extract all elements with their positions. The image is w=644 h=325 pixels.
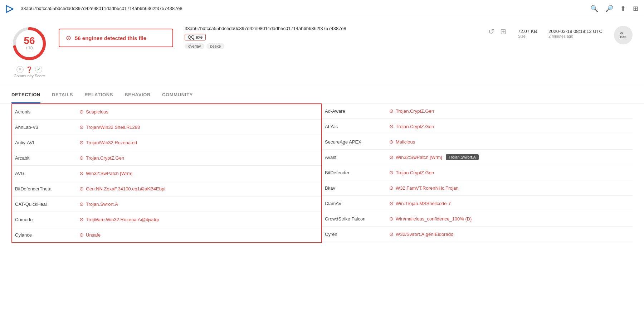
- alert-circle-icon: ⊙: [79, 186, 84, 191]
- alert-circle-icon: ⊙: [389, 170, 394, 175]
- table-row: Avast⊙Win32:SwPatch [Wrm]Trojan.Swrort.A: [322, 150, 633, 165]
- upvote-button[interactable]: ✓: [35, 66, 42, 73]
- engine-name: Comodo: [15, 217, 79, 222]
- detection-result: Trojan/Win32.Rozena.ed: [86, 140, 137, 145]
- table-row: ClamAV⊙Win.Trojan.MSShellcode-7: [322, 196, 633, 211]
- detection-result: Trojan.CryptZ.Gen: [86, 155, 124, 161]
- search2-icon[interactable]: 🔎: [605, 5, 613, 13]
- table-row: Bkav⊙W32.FamVT.RorenNHc.Trojan: [322, 180, 633, 196]
- detection-result: Trojan.CryptZ.Gen: [396, 124, 434, 129]
- detection-result: W32/Swrort.A.gen!Eldorado: [396, 232, 453, 237]
- engine-name: Acronis: [15, 109, 79, 115]
- detection-result: Suspicious: [86, 109, 108, 115]
- alert-circle-icon: ⊙: [389, 154, 394, 160]
- detection-result: Win/malicious_confidence_100% (D): [396, 216, 472, 222]
- alert-circle-icon: ⊙: [389, 108, 394, 114]
- alert-circle-icon: ⊙: [79, 232, 84, 238]
- file-hash: 33ab67bdfcca55bdceda0c897d42e98011dadb5c…: [185, 26, 477, 31]
- detection-result: Trojan.CryptZ.Gen: [396, 170, 434, 175]
- tab-behavior[interactable]: BEHAVIOR: [125, 87, 151, 103]
- detection-result: Trojan.CryptZ.Gen: [396, 108, 434, 114]
- tab-detection[interactable]: DETECTION: [11, 87, 40, 103]
- alert-box: ⊙ 56 engines detected this file: [59, 29, 173, 47]
- detection-result: Trojan/Win32.Shell.R1283: [86, 125, 140, 130]
- table-row: CAT-QuickHeal⊙Trojan.Swrort.A: [12, 197, 321, 212]
- detection-result: Win32:SwPatch [Wrm]: [396, 155, 442, 160]
- file-name-tag: QQ.exe: [185, 34, 206, 40]
- engine-name: CrowdStrike Falcon: [325, 216, 389, 222]
- tooltip-badge: Trojan.Swrort.A: [446, 154, 479, 160]
- file-meta: 72.07 KB Size 2020-03-19 08:19:12 UTC 2 …: [518, 29, 602, 38]
- action-icons: ↺ ⊞: [488, 26, 506, 36]
- exe-icon: ⚙EXE: [614, 26, 633, 44]
- engine-name: Arcabit: [15, 155, 79, 161]
- alert-circle-icon: ⊙: [79, 201, 84, 207]
- table-row: AVG⊙Win32:SwPatch [Wrm]: [12, 166, 321, 181]
- qr-icon[interactable]: ⊞: [500, 27, 506, 36]
- search-icon[interactable]: 🔍: [590, 5, 598, 13]
- table-row: Comodo⊙TrojWare.Win32.Rozena.A@4jwdqr: [12, 212, 321, 227]
- detection-result: Gen:NN.ZexaF.34100.eq1@aKB4Ebpi: [86, 186, 165, 191]
- total-count: / 70: [24, 46, 35, 50]
- community-score-widget: ✕ ❓ ✓ Community Score: [14, 66, 45, 78]
- detection-content: Acronis⊙SuspiciousAhnLab-V3⊙Trojan/Win32…: [0, 103, 644, 243]
- table-row: SecureAge APEX⊙Malicious: [322, 134, 633, 150]
- file-info: 33ab67bdfcca55bdceda0c897d42e98011dadb5c…: [185, 26, 477, 49]
- engine-name: BitDefenderTheta: [15, 186, 79, 191]
- alert-circle-icon: ⊙: [79, 109, 84, 115]
- size-value: 72.07 KB: [518, 29, 537, 34]
- table-row: Ad-Aware⊙Trojan.CryptZ.Gen: [322, 103, 633, 119]
- hash-display: 33ab67bdfcca55bdceda0c897d42e98011dadb5c…: [21, 6, 586, 11]
- tag-peexe: peexe: [206, 43, 224, 49]
- grid-icon[interactable]: ⊞: [633, 5, 638, 13]
- alert-circle-icon: ⊙: [79, 155, 84, 161]
- engine-name: CAT-QuickHeal: [15, 202, 79, 207]
- table-row: Arcabit⊙Trojan.CryptZ.Gen: [12, 150, 321, 166]
- alert-circle-icon: ⊙: [79, 124, 84, 130]
- engine-name: Avast: [325, 155, 389, 160]
- alert-circle-icon: ⊙: [389, 200, 394, 206]
- tab-community[interactable]: COMMUNITY: [162, 87, 193, 103]
- refresh-icon[interactable]: ↺: [488, 27, 494, 36]
- engine-name: ALYac: [325, 124, 389, 129]
- table-row: CrowdStrike Falcon⊙Win/malicious_confide…: [322, 211, 633, 227]
- size-label: Size: [518, 34, 537, 38]
- alert-icon: ⊙: [66, 34, 71, 42]
- community-icon: ❓: [26, 66, 33, 73]
- alert-circle-icon: ⊙: [389, 185, 394, 191]
- engine-name: Cyren: [325, 232, 389, 237]
- engine-name: AhnLab-V3: [15, 125, 79, 130]
- detected-count: 56: [24, 36, 35, 46]
- detection-result: Trojan.Swrort.A: [86, 202, 118, 207]
- alert-circle-icon: ⊙: [389, 123, 394, 129]
- table-row: Antiy-AVL⊙Trojan/Win32.Rozena.ed: [12, 135, 321, 150]
- engine-name: AVG: [15, 171, 79, 176]
- detection-result: Malicious: [396, 139, 415, 145]
- upload-icon[interactable]: ⬆: [620, 5, 626, 13]
- community-score-label: Community Score: [14, 74, 45, 78]
- file-type-label: EXE: [620, 35, 626, 39]
- alert-circle-icon: ⊙: [389, 216, 394, 222]
- detection-right-col: Ad-Aware⊙Trojan.CryptZ.GenALYac⊙Trojan.C…: [322, 103, 633, 243]
- table-row: Cylance⊙Unsafe: [12, 227, 321, 242]
- downvote-button[interactable]: ✕: [16, 66, 24, 73]
- detection-result: W32.FamVT.RorenNHc.Trojan: [396, 185, 459, 191]
- engine-name: Antiy-AVL: [15, 140, 79, 145]
- alert-circle-icon: ⊙: [79, 170, 84, 176]
- engine-name: Ad-Aware: [325, 108, 389, 114]
- size-block: 72.07 KB Size: [518, 29, 537, 38]
- tab-details[interactable]: DETAILS: [52, 87, 73, 103]
- engine-name: ClamAV: [325, 201, 389, 206]
- engine-name: SecureAge APEX: [325, 139, 389, 145]
- file-type-icon: ⚙EXE: [614, 26, 633, 44]
- tag-overlay: overlay: [185, 43, 204, 49]
- table-row: ALYac⊙Trojan.CryptZ.Gen: [322, 119, 633, 134]
- topbar-actions: 🔍 🔎 ⬆ ⊞: [590, 5, 638, 13]
- tabs: DETECTION DETAILS RELATIONS BEHAVIOR COM…: [0, 87, 644, 103]
- alert-circle-icon: ⊙: [389, 231, 394, 237]
- engine-name: Cylance: [15, 232, 79, 238]
- tab-relations[interactable]: RELATIONS: [84, 87, 113, 103]
- table-row: Cyren⊙W32/Swrort.A.gen!Eldorado: [322, 227, 633, 242]
- detection-result: Unsafe: [86, 232, 101, 238]
- engine-name: BitDefender: [325, 170, 389, 175]
